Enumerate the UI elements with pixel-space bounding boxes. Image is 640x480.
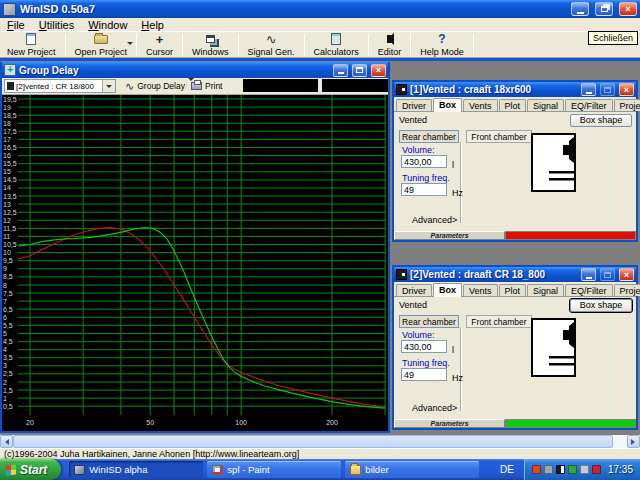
mdi-horizontal-scrollbar[interactable] [0, 435, 640, 448]
tab[interactable]: Driver [396, 284, 432, 296]
project-window-icon [396, 269, 407, 280]
tuning-freq-input[interactable] [401, 183, 447, 196]
toolbar-separator [368, 34, 369, 56]
windows-flag-icon [6, 464, 16, 475]
tab[interactable]: EQ/Filter [565, 284, 613, 296]
toolbar-button[interactable]: Calculators [307, 32, 366, 57]
signal-gen-icon [266, 32, 277, 47]
tab[interactable]: Vents [463, 99, 498, 111]
close-button[interactable]: × [619, 2, 637, 16]
svg-text:17: 17 [3, 136, 11, 143]
svg-text:13: 13 [3, 201, 11, 208]
maximize-button[interactable] [600, 83, 615, 96]
menu-item[interactable]: Window [81, 19, 134, 31]
contrast-icon[interactable] [556, 465, 565, 474]
menu-item[interactable]: Utilities [32, 19, 81, 31]
group-delay-window-icon [4, 64, 16, 76]
tab[interactable]: Signal [527, 99, 564, 111]
tab[interactable]: Vents [463, 284, 498, 296]
tab[interactable]: Box [433, 98, 462, 112]
toolbar-button[interactable]: New Project [0, 32, 63, 57]
menu-item[interactable]: File [0, 19, 32, 31]
toolbar-button[interactable]: Cursor [139, 32, 180, 57]
toolbar-black-panel [243, 79, 318, 92]
tab[interactable]: Box [433, 283, 462, 297]
rear-chamber-tab[interactable]: Rear chamber [399, 130, 459, 143]
volume-input[interactable] [401, 155, 447, 168]
language-indicator[interactable]: DE [500, 464, 514, 475]
tab[interactable]: EQ/Filter [565, 99, 613, 111]
maximize-button[interactable] [600, 268, 615, 281]
toolbar-button[interactable]: Windows [185, 32, 236, 57]
close-button[interactable]: × [371, 64, 386, 77]
tray-icons [532, 465, 601, 474]
svg-text:15: 15 [3, 168, 11, 175]
scrollbar-thumb[interactable] [13, 435, 613, 448]
scroll-left-button[interactable] [0, 435, 13, 448]
advanced-link[interactable]: Advanced> [412, 215, 457, 225]
parameters-progress [505, 419, 636, 428]
close-button[interactable]: × [619, 83, 634, 96]
project-selector-combo[interactable]: [2]vented : CR 18/800 [4, 79, 116, 93]
rear-chamber-tab[interactable]: Rear chamber [399, 315, 459, 328]
toolbar-separator [410, 34, 411, 56]
combo-dropdown-arrow[interactable] [102, 80, 115, 92]
group-divider [460, 142, 462, 223]
parameters-label[interactable]: Parameters [394, 419, 505, 428]
tab[interactable]: Signal [527, 284, 564, 296]
tuning-freq-input[interactable] [401, 368, 447, 381]
box-diagram [531, 318, 576, 377]
tab[interactable]: Driver [396, 99, 432, 111]
toolbar-button[interactable]: Help Mode [413, 32, 471, 57]
close-tooltip: Schließen [588, 31, 638, 45]
tab[interactable]: Project [614, 284, 640, 296]
restore-button[interactable] [595, 2, 613, 16]
winisd-icon [74, 465, 85, 475]
scroll-right-button[interactable] [627, 435, 640, 448]
menu-item[interactable]: Help [134, 19, 171, 31]
svg-text:2,5: 2,5 [3, 370, 13, 377]
parameters-label[interactable]: Parameters [394, 231, 505, 240]
front-chamber-tab[interactable]: Front chamber [466, 315, 532, 328]
cable-icon[interactable] [580, 465, 589, 474]
maximize-button[interactable] [352, 64, 367, 77]
svg-text:7: 7 [3, 298, 7, 305]
toolbar-separator [238, 34, 239, 56]
plot-type-dropdown[interactable]: ∿ Group Delay [122, 79, 198, 93]
antivirus-icon[interactable] [532, 465, 541, 474]
box-shape-button[interactable]: Box shape [570, 299, 632, 312]
close-button[interactable]: × [619, 268, 634, 281]
toolbar-button[interactable]: Signal Gen. [241, 32, 302, 57]
display-icon[interactable] [544, 465, 553, 474]
front-chamber-tab[interactable]: Front chamber [466, 130, 532, 143]
advanced-link[interactable]: Advanced> [412, 403, 457, 413]
minimize-button[interactable] [571, 2, 589, 16]
svg-text:12: 12 [3, 217, 11, 224]
minimize-button[interactable] [581, 83, 596, 96]
tab[interactable]: Plot [499, 284, 527, 296]
toolbar-button[interactable]: Editor [371, 32, 409, 57]
taskbar-button[interactable]: WinISD alpha [69, 461, 203, 478]
security-icon[interactable] [592, 465, 601, 474]
print-button[interactable]: Print [188, 79, 225, 93]
svg-text:13,5: 13,5 [3, 193, 17, 200]
project-2-titlebar: [2]Vented : draaft CR 18_800 × [394, 267, 636, 282]
toolbar-separator [136, 34, 137, 56]
svg-text:14,5: 14,5 [3, 176, 17, 183]
network-icon[interactable] [568, 465, 577, 474]
svg-text:16: 16 [3, 152, 11, 159]
taskbar-button[interactable]: spl - Paint [207, 461, 341, 478]
tab[interactable]: Project [614, 99, 640, 111]
taskbar-button[interactable]: bilder [345, 461, 479, 478]
toolbar-button[interactable]: Open Project [68, 32, 135, 57]
dropdown-arrow-icon[interactable] [127, 42, 133, 48]
minimize-button[interactable] [581, 268, 596, 281]
box-shape-button[interactable]: Box shape [570, 114, 632, 127]
tab[interactable]: Plot [499, 99, 527, 111]
volume-input[interactable] [401, 340, 447, 353]
svg-text:18: 18 [3, 120, 11, 127]
minimize-button[interactable] [333, 64, 348, 77]
svg-text:2: 2 [3, 379, 7, 386]
start-button[interactable]: Start [0, 459, 61, 480]
new-project-icon [26, 33, 36, 45]
